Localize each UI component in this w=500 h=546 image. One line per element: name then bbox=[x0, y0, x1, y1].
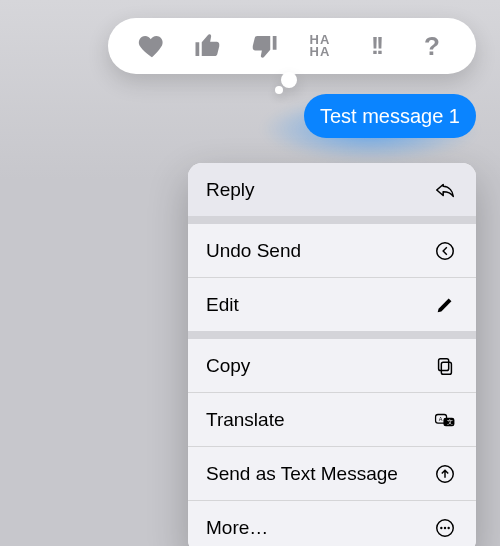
menu-more[interactable]: More… bbox=[188, 501, 476, 546]
undo-icon bbox=[432, 238, 458, 264]
menu-undo-send[interactable]: Undo Send bbox=[188, 224, 476, 277]
copy-icon bbox=[432, 353, 458, 379]
more-icon bbox=[432, 515, 458, 541]
menu-label: Send as Text Message bbox=[206, 463, 398, 485]
question-icon: ? bbox=[424, 31, 440, 62]
haha-icon: HAHA bbox=[310, 34, 331, 58]
menu-label: Copy bbox=[206, 355, 250, 377]
heart-icon bbox=[137, 31, 167, 61]
svg-rect-2 bbox=[439, 358, 449, 370]
menu-translate[interactable]: Translate A文 bbox=[188, 393, 476, 446]
exclamation-icon: !! bbox=[371, 32, 381, 60]
svg-text:文: 文 bbox=[447, 418, 453, 425]
svg-point-0 bbox=[437, 242, 454, 259]
send-up-icon bbox=[432, 461, 458, 487]
menu-label: Translate bbox=[206, 409, 285, 431]
tapback-bar: HAHA !! ? bbox=[108, 18, 476, 74]
menu-label: Undo Send bbox=[206, 240, 301, 262]
thumbs-up-icon bbox=[193, 31, 223, 61]
svg-point-10 bbox=[444, 526, 446, 528]
tapback-thumbs-down[interactable] bbox=[244, 26, 284, 66]
tapback-question[interactable]: ? bbox=[412, 26, 452, 66]
tapback-emphasis[interactable]: !! bbox=[356, 26, 396, 66]
translate-icon: A文 bbox=[432, 407, 458, 433]
menu-send-as-text[interactable]: Send as Text Message bbox=[188, 447, 476, 500]
tapback-thumbs-up[interactable] bbox=[188, 26, 228, 66]
message-text: Test message 1 bbox=[320, 105, 460, 127]
menu-label: More… bbox=[206, 517, 268, 539]
menu-copy[interactable]: Copy bbox=[188, 339, 476, 392]
sent-message[interactable]: Test message 1 bbox=[304, 94, 476, 138]
message-bubble: Test message 1 bbox=[304, 94, 476, 138]
svg-point-11 bbox=[447, 526, 449, 528]
menu-reply[interactable]: Reply bbox=[188, 163, 476, 216]
thumbs-down-icon bbox=[249, 31, 279, 61]
svg-rect-1 bbox=[441, 362, 451, 374]
menu-label: Edit bbox=[206, 294, 239, 316]
edit-icon bbox=[432, 292, 458, 318]
message-context-menu: Reply Undo Send Edit Copy Translate A文 S… bbox=[188, 163, 476, 546]
tapback-heart[interactable] bbox=[132, 26, 172, 66]
menu-label: Reply bbox=[206, 179, 255, 201]
menu-edit[interactable]: Edit bbox=[188, 278, 476, 331]
svg-point-9 bbox=[440, 526, 442, 528]
svg-text:A: A bbox=[439, 415, 443, 421]
tapback-haha[interactable]: HAHA bbox=[300, 26, 340, 66]
reply-icon bbox=[432, 177, 458, 203]
